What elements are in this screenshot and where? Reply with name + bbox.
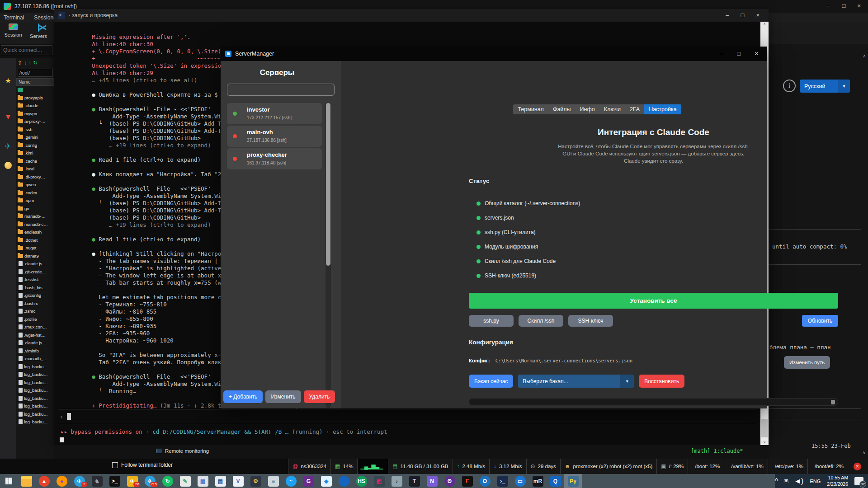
tab[interactable]: Терминал xyxy=(513,104,548,114)
install-all-button[interactable]: Установить всё xyxy=(469,293,838,309)
taskbar-icon[interactable]: ▭ xyxy=(511,474,529,488)
file-row[interactable]: log_backu… xyxy=(16,402,54,410)
taskbar-icon[interactable]: ◆ xyxy=(317,474,335,488)
status-bar-item[interactable]: ☻ proxmoxer (x2) robot (x2) root (x5) xyxy=(560,459,656,474)
close-icon[interactable]: × xyxy=(756,12,760,19)
file-row[interactable]: go xyxy=(16,205,54,213)
file-row[interactable]: .claude.js… xyxy=(16,260,54,268)
path-input[interactable] xyxy=(18,69,53,77)
file-row[interactable]: .tmux.con… xyxy=(16,323,54,331)
yellow-ball-icon[interactable] xyxy=(3,162,13,172)
taskbar-icon[interactable]: N xyxy=(423,474,441,488)
tab[interactable]: Настройка xyxy=(644,104,681,114)
tab[interactable]: Файлы xyxy=(548,104,576,114)
language-indicator[interactable]: ENG xyxy=(810,479,821,484)
file-row[interactable]: .dotnet xyxy=(16,236,54,244)
taskbar-icon[interactable]: ✎ xyxy=(176,474,194,488)
taskbar-icon[interactable]: ▲ xyxy=(35,474,53,488)
taskbar-icon[interactable]: T xyxy=(406,474,423,488)
taskbar-icon[interactable]: ✈ 715 xyxy=(141,474,159,488)
language-select[interactable]: Русский ▾ xyxy=(800,80,850,93)
tab[interactable]: Ключи xyxy=(599,104,625,114)
refresh-icon[interactable]: ↻ xyxy=(33,60,38,66)
file-column-header[interactable]: Name xyxy=(16,78,54,86)
server-list-scrollbar[interactable] xyxy=(326,103,331,408)
file-row[interactable]: .config xyxy=(16,141,54,150)
file-row[interactable]: .wget-hst… xyxy=(16,331,54,339)
status-bar-item[interactable]: ▦ 14% xyxy=(330,459,357,474)
file-row[interactable]: log_backu… xyxy=(16,394,54,403)
server-action-button[interactable]: Изменить xyxy=(265,390,301,403)
file-row[interactable]: .profile xyxy=(16,315,54,324)
file-row[interactable]: .gitconfig xyxy=(16,291,54,300)
menu-item[interactable]: Terminal xyxy=(4,14,24,21)
file-row[interactable]: .bashrc xyxy=(16,300,54,308)
right-scrollbar[interactable]: ∧∨ xyxy=(862,53,867,455)
terminal-prompt[interactable]: › xyxy=(60,413,71,420)
wifi-icon[interactable]: ))) xyxy=(783,479,788,483)
component-button[interactable]: SSH-ключ xyxy=(568,315,613,327)
file-row[interactable]: .gemini xyxy=(16,133,54,141)
taskbar-icon[interactable]: O xyxy=(476,474,494,488)
status-bar-item[interactable]: ▁▄▂▆▃▁ xyxy=(357,459,388,474)
taskbar-icon[interactable]: ♪ xyxy=(388,474,406,488)
file-row[interactable]: log_backu… xyxy=(16,418,54,426)
file-row[interactable]: .di-proxy… xyxy=(16,173,54,181)
info-icon[interactable]: i xyxy=(783,80,796,92)
taskbar-icon[interactable]: ♞ xyxy=(88,474,106,488)
servers-button[interactable]: Servers xyxy=(26,23,51,39)
file-row[interactable]: mariadb-c… xyxy=(16,221,54,229)
taskbar-icon[interactable]: ›_ xyxy=(494,474,511,488)
file-row[interactable]: endlessh xyxy=(16,228,54,236)
change-path-button[interactable]: Изменить путь xyxy=(784,356,830,369)
taskbar-icon[interactable]: G xyxy=(300,474,317,488)
taskbar-icon[interactable]: F xyxy=(458,474,476,488)
scrollbar-thumb[interactable] xyxy=(831,400,835,404)
file-row[interactable]: .zshrc xyxy=(16,307,54,315)
file-row[interactable]: log_backu… xyxy=(16,379,54,387)
follow-terminal-checkbox[interactable]: Follow terminal folder xyxy=(112,462,173,468)
file-row[interactable]: .kimi xyxy=(16,149,54,157)
status-bar-item[interactable]: /var/lib/vz: 1% xyxy=(724,459,768,474)
taskbar-icon[interactable] xyxy=(335,474,353,488)
file-row[interactable]: log_backu… xyxy=(16,363,54,371)
file-row[interactable]: .npm xyxy=(16,197,54,205)
minimize-icon[interactable]: – xyxy=(827,2,830,9)
tray-chevron-icon[interactable]: ^ xyxy=(775,477,778,485)
tab[interactable]: Инфо xyxy=(576,104,599,114)
file-row[interactable]: log_backu… xyxy=(16,386,54,394)
status-bar-item[interactable]: /etc/pve: 1% xyxy=(768,459,807,474)
taskbar-icon[interactable]: mR xyxy=(529,474,547,488)
status-bar-item[interactable]: ↓ 3.12 Mb/s xyxy=(489,459,526,474)
taskbar-icon[interactable]: ✈ .26 xyxy=(123,474,141,488)
file-row[interactable]: .claude xyxy=(16,102,54,110)
file-row[interactable]: .. xyxy=(16,86,54,94)
telegram-plane-icon[interactable]: ✈ xyxy=(3,141,13,151)
quick-connect-input[interactable] xyxy=(1,45,52,55)
file-row[interactable]: .bash_his… xyxy=(16,284,54,292)
maximize-icon[interactable]: □ xyxy=(842,2,846,9)
taskbar-icon[interactable]: >_ xyxy=(106,474,123,488)
backup-select[interactable]: Выберите бэкап... ▾ xyxy=(518,375,634,388)
minimize-icon[interactable]: – xyxy=(720,50,723,57)
file-row[interactable]: .local xyxy=(16,165,54,173)
taskbar-icon[interactable]: ≡ xyxy=(264,474,282,488)
server-card[interactable]: main-ovh 37.187.136.86 [ssh] xyxy=(227,126,322,147)
taskbar-icon[interactable]: V xyxy=(229,474,247,488)
taskbar-icon[interactable]: ✈ 2 xyxy=(71,474,88,488)
file-row[interactable]: log_backu… xyxy=(16,371,54,379)
server-search-input[interactable] xyxy=(227,84,335,96)
file-row[interactable]: .nuget xyxy=(16,244,54,252)
taskbar-icon[interactable]: ↻ xyxy=(159,474,176,488)
file-row[interactable]: .claude.js… xyxy=(16,339,54,347)
taskbar-icon[interactable]: Q xyxy=(547,474,564,488)
taskbar-icon[interactable]: ~ xyxy=(282,474,300,488)
taskbar-icon[interactable]: HS xyxy=(353,474,370,488)
taskbar-icon[interactable] xyxy=(18,474,35,488)
taskbar-icon[interactable]: ● xyxy=(53,474,71,488)
notification-icon[interactable]: 32 xyxy=(854,477,863,485)
scrollbar-thumb[interactable] xyxy=(326,103,330,266)
status-bar-item[interactable]: /boot: 12% xyxy=(688,459,724,474)
minimize-icon[interactable]: – xyxy=(726,12,729,19)
status-bar-item[interactable]: ⊙ 29 days xyxy=(526,459,560,474)
